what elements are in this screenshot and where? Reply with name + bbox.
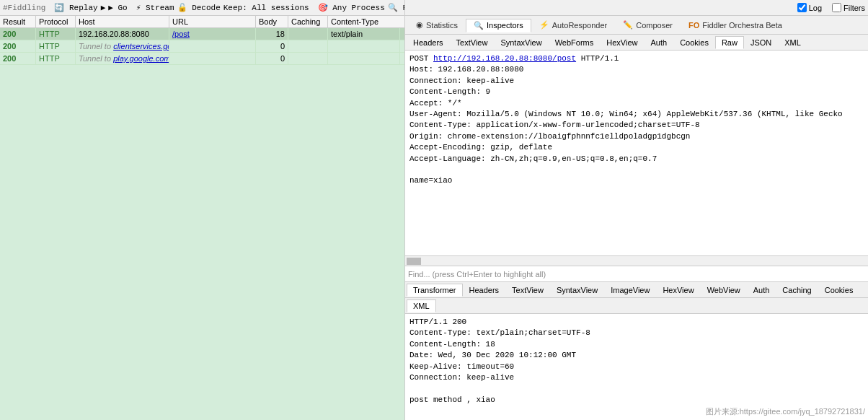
tab-composer-label: Composer <box>636 21 673 30</box>
toolbar-anyprocess[interactable]: 🎯 Any Process <box>318 3 385 12</box>
fiddler-orchestra-icon: FO <box>688 21 699 30</box>
subtab-webforms[interactable]: WebForms <box>549 36 601 49</box>
cell-result: 200 <box>0 40 36 52</box>
right-panel: Log Filters ◉ Statistics 🔍 Inspectors ⚡ … <box>405 0 868 420</box>
cell-content <box>328 53 400 64</box>
cell-protocol: HTTP <box>36 53 76 64</box>
cell-url[interactable] <box>169 40 256 52</box>
tunnel-host: play.google.com:443 <box>113 54 169 63</box>
subtab-syntaxview[interactable]: SyntaxView <box>494 36 548 49</box>
table-row[interactable]: 200 HTTP Tunnel to play.google.com:443 0 <box>0 53 404 65</box>
col-header-protocol[interactable]: Protocol <box>36 16 76 27</box>
log-label: Log <box>797 3 822 12</box>
subtab-hexview[interactable]: HexView <box>600 36 644 49</box>
subtab-resp-hexview[interactable]: HexView <box>656 284 700 297</box>
subtab-resp-caching[interactable]: Caching <box>776 284 818 297</box>
table-header: Result Protocol Host URL Body Caching Co… <box>0 16 404 28</box>
subtab-resp-textview[interactable]: TextView <box>505 284 550 297</box>
request-content: POST http://192.168.20.88:8080/post HTTP… <box>405 51 868 256</box>
subtab-resp-headers[interactable]: Headers <box>463 284 506 297</box>
toolbar-replay[interactable]: 🔄 Replay <box>54 3 97 12</box>
watermark: 图片来源:https://gitee.com/jyq_18792721831/ <box>706 406 865 417</box>
cell-result: 200 <box>0 53 36 64</box>
subtab-raw[interactable]: Raw <box>715 36 744 49</box>
statistics-icon: ◉ <box>416 20 423 30</box>
cell-host: 192.168.20.88:8080 <box>76 28 169 40</box>
top-tab-bar: ◉ Statistics 🔍 Inspectors ⚡ AutoResponde… <box>405 16 868 35</box>
find-bar: Find... (press Ctrl+Enter to highlight a… <box>405 266 868 282</box>
subtab-auth[interactable]: Auth <box>645 36 674 49</box>
tab-inspectors-label: Inspectors <box>487 21 523 30</box>
right-toolbar: Log Filters <box>405 0 868 16</box>
tab-autoresponder-label: AutoResponder <box>552 21 607 30</box>
col-header-url[interactable]: URL <box>169 16 256 27</box>
col-header-content[interactable]: Content-Type <box>328 16 400 27</box>
cell-body: 0 <box>256 53 288 64</box>
col-header-host[interactable]: Host <box>76 16 169 27</box>
subtab-transformer[interactable]: Transformer <box>407 284 463 297</box>
toolbar-find[interactable]: 🔍 Find <box>388 3 404 12</box>
tab-composer[interactable]: ✏️ Composer <box>615 18 681 32</box>
subtab-resp-syntaxview[interactable]: SyntaxView <box>550 284 604 297</box>
tab-inspectors[interactable]: 🔍 Inspectors <box>466 19 531 32</box>
tab-statistics[interactable]: ◉ Statistics <box>408 18 466 32</box>
log-checkbox[interactable] <box>797 3 807 12</box>
subtab-xml[interactable]: XML <box>778 36 807 49</box>
cell-url[interactable]: /post <box>169 28 256 40</box>
response-content: HTTP/1.1 200 Content-Type: text/plain;ch… <box>405 314 868 420</box>
tab-autoresponder[interactable]: ⚡ AutoResponder <box>531 18 615 32</box>
toolbar-keep[interactable]: Keep: All sessions <box>223 4 309 12</box>
horizontal-scrollbar[interactable] <box>405 256 868 266</box>
request-method: POST <box>409 54 433 63</box>
subtab-cookies[interactable]: Cookies <box>673 36 715 49</box>
cell-content: text/plain <box>328 28 400 40</box>
cell-protocol: HTTP <box>36 40 76 52</box>
scrollbar-thumb[interactable] <box>407 258 421 265</box>
tab-fiddler-orchestra[interactable]: FO Fiddler Orchestra Beta <box>681 19 790 32</box>
subtab-textview[interactable]: TextView <box>450 36 495 49</box>
response-subtab-bar2: XML <box>405 298 868 314</box>
filters-label: Filters <box>832 3 865 12</box>
sessions-table: 200 HTTP 192.168.20.88:8080 /post 18 tex… <box>0 28 404 420</box>
filters-checkbox[interactable] <box>832 3 841 12</box>
cell-caching <box>288 28 328 40</box>
cell-body: 0 <box>256 40 288 52</box>
subtab-resp-auth[interactable]: Auth <box>747 284 776 297</box>
request-subtab-bar: Headers TextView SyntaxView WebForms Hex… <box>405 35 868 51</box>
toolbar-stream[interactable]: ⚡ Stream <box>136 3 174 12</box>
cell-protocol: HTTP <box>36 28 76 40</box>
autoresponder-icon: ⚡ <box>539 20 549 30</box>
subtab-resp-cookies[interactable]: Cookies <box>818 284 860 297</box>
log-text: Log <box>809 4 822 12</box>
toolbar-arrow[interactable]: ▶ <box>101 3 106 12</box>
col-header-body[interactable]: Body <box>256 16 288 27</box>
toolbar-decode[interactable]: 🔓 Decode <box>177 3 221 12</box>
tab-statistics-label: Statistics <box>426 21 458 30</box>
subtab-resp-imageview[interactable]: ImageView <box>604 284 656 297</box>
filters-text: Filters <box>843 4 865 12</box>
find-placeholder-text: Find... (press Ctrl+Enter to highlight a… <box>408 270 546 279</box>
tunnel-host: clientservices.googleapis.... <box>113 42 169 51</box>
cell-body: 18 <box>256 28 288 40</box>
tunnel-label: Tunnel to <box>79 42 111 51</box>
tab-fiddler-orchestra-label: Fiddler Orchestra Beta <box>702 21 782 30</box>
subtab-headers[interactable]: Headers <box>407 36 450 49</box>
toolbar-go[interactable]: ▶ Go <box>108 3 127 12</box>
table-row[interactable]: 200 HTTP 192.168.20.88:8080 /post 18 tex… <box>0 28 404 40</box>
cell-host: Tunnel to play.google.com:443 <box>76 53 169 64</box>
subtab-json[interactable]: JSON <box>744 36 778 49</box>
subtab-resp-xml[interactable]: XML <box>407 299 436 312</box>
cell-caching <box>288 40 328 52</box>
cell-url[interactable] <box>169 53 256 64</box>
cell-caching <box>288 53 328 64</box>
request-url-link[interactable]: http://192.168.20.88:8080/post <box>433 54 576 63</box>
table-row[interactable]: 200 HTTP Tunnel to clientservices.google… <box>0 40 404 53</box>
composer-icon: ✏️ <box>623 20 633 30</box>
tunnel-label: Tunnel to <box>79 54 111 63</box>
col-header-caching[interactable]: Caching <box>288 16 328 27</box>
toolbar-fiddling[interactable]: #Fiddling <box>3 4 45 12</box>
subtab-resp-webview[interactable]: WebView <box>701 284 747 297</box>
col-header-result[interactable]: Result <box>0 16 36 27</box>
inspectors-icon: 🔍 <box>474 21 484 30</box>
response-subtab-bar: Transformer Headers TextView SyntaxView … <box>405 282 868 298</box>
